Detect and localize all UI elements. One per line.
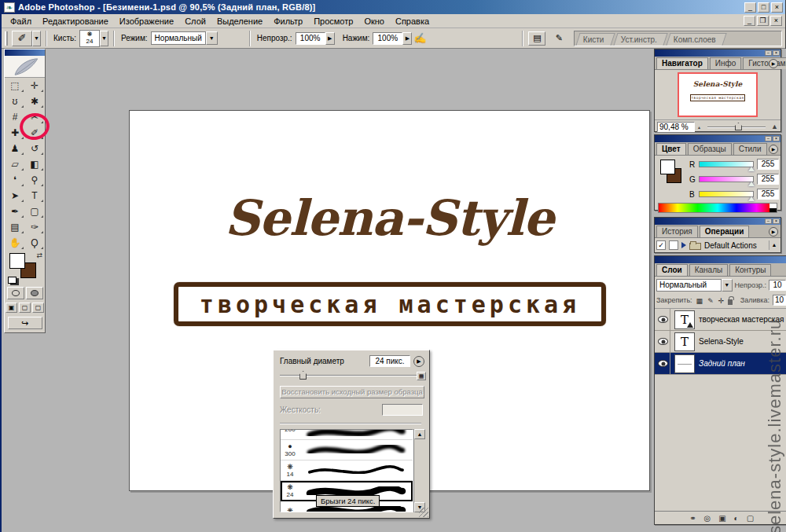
slider-thumb-icon[interactable] bbox=[748, 167, 755, 171]
fullscreen-button[interactable]: ▢ bbox=[32, 303, 44, 313]
brush-preset-arrow[interactable]: ▼ bbox=[100, 31, 108, 46]
tab-layers[interactable]: Слои bbox=[656, 264, 688, 276]
standard-mode-button[interactable] bbox=[7, 287, 24, 299]
file-browser-icon[interactable]: ▤ bbox=[528, 31, 545, 46]
maximize-button[interactable]: □ bbox=[758, 2, 769, 13]
red-channel-value[interactable]: 255 bbox=[757, 159, 779, 170]
layer-thumbnail[interactable]: T bbox=[674, 310, 695, 329]
action-set-row[interactable]: ✓ Default Actions ▲ bbox=[655, 238, 780, 252]
sample-size-icon[interactable]: ▦ bbox=[417, 372, 426, 380]
red-channel-slider[interactable] bbox=[699, 161, 754, 167]
opacity-field[interactable]: 100% bbox=[296, 32, 325, 45]
chevron-down-icon[interactable]: ▼ bbox=[206, 31, 218, 45]
doc-restore-button[interactable]: ❐ bbox=[757, 16, 769, 26]
menu-view[interactable]: Просмотр bbox=[308, 15, 358, 28]
navigator-proxy-view[interactable]: Selena-Style творческая мастерская bbox=[678, 72, 758, 117]
foreground-color-swatch[interactable] bbox=[9, 253, 25, 269]
actions-panel-title-bar[interactable]: − × bbox=[655, 218, 780, 225]
scroll-up-icon[interactable]: ▲ bbox=[414, 429, 425, 439]
color-spectrum-ramp[interactable] bbox=[658, 203, 777, 213]
visibility-toggle[interactable] bbox=[656, 309, 670, 330]
action-dialog-toggle[interactable] bbox=[669, 240, 678, 250]
layer-opacity-field[interactable]: 10 bbox=[769, 280, 786, 291]
type-tool-icon[interactable]: T bbox=[25, 188, 45, 204]
blue-channel-value[interactable]: 255 bbox=[757, 189, 779, 200]
dodge-tool-icon[interactable]: ⚲ bbox=[25, 172, 45, 188]
fill-field[interactable]: 10 bbox=[773, 295, 786, 306]
diameter-slider[interactable]: ▦ bbox=[280, 370, 421, 381]
airbrush-icon[interactable]: ✍ bbox=[412, 31, 428, 46]
pen-tool-icon[interactable]: ✒ bbox=[6, 204, 25, 219]
menu-help[interactable]: Справка bbox=[390, 15, 435, 28]
panel-minimize-icon[interactable]: − bbox=[765, 50, 772, 56]
notes-tool-icon[interactable]: ▤ bbox=[6, 219, 25, 235]
zoom-slider-thumb[interactable] bbox=[735, 123, 742, 130]
tab-history[interactable]: История bbox=[656, 226, 698, 237]
panel-close-icon[interactable]: × bbox=[773, 218, 780, 224]
tab-channels[interactable]: Каналы bbox=[689, 264, 729, 276]
hand-tool-icon[interactable]: ✋ bbox=[6, 235, 25, 251]
menu-window[interactable]: Окно bbox=[358, 15, 390, 28]
actions-scrollbar[interactable]: ▲ bbox=[769, 240, 779, 250]
rectangular-marquee-tool-icon[interactable]: ⬚ bbox=[6, 78, 25, 94]
layer-row-background-selected[interactable]: Задний план bbox=[655, 353, 786, 375]
crop-tool-icon[interactable]: # bbox=[6, 109, 25, 125]
color-panel-title-bar[interactable]: − × bbox=[655, 135, 780, 142]
layer-mask-icon[interactable]: ▣ bbox=[718, 514, 725, 523]
standard-screen-button[interactable]: ▣ bbox=[6, 303, 17, 313]
panel-menu-icon[interactable]: ▶ bbox=[769, 59, 778, 68]
panel-minimize-icon[interactable]: − bbox=[765, 218, 772, 224]
zoom-out-icon[interactable]: ▴ bbox=[698, 124, 700, 130]
tool-preset-arrow[interactable]: ▼ bbox=[32, 31, 41, 46]
chevron-down-icon[interactable]: ▼ bbox=[722, 279, 733, 292]
layer-name[interactable]: Задний план bbox=[699, 359, 745, 368]
opacity-slider-arrow[interactable]: ▶ bbox=[325, 32, 335, 45]
slice-tool-icon[interactable]: ✂ bbox=[25, 109, 45, 125]
toolbox-title-bar[interactable] bbox=[5, 50, 45, 56]
diameter-field[interactable]: 24 пикс. bbox=[369, 355, 410, 367]
layer-style-icon[interactable]: ◎ bbox=[703, 514, 711, 523]
menu-layer[interactable]: Слой bbox=[179, 15, 211, 28]
panel-minimize-icon[interactable]: − bbox=[765, 136, 772, 141]
visibility-toggle[interactable] bbox=[656, 353, 670, 374]
layer-thumbnail[interactable]: T bbox=[674, 332, 695, 351]
lock-paint-icon[interactable]: ✎ bbox=[707, 295, 714, 306]
layer-row-stamp-text[interactable]: T творческая мастерская bbox=[655, 309, 786, 331]
lock-all-icon[interactable] bbox=[728, 299, 733, 305]
fullscreen-menubar-button[interactable]: ▢ bbox=[19, 303, 31, 313]
magic-wand-tool-icon[interactable]: ✱ bbox=[25, 94, 45, 109]
foreground-color-swatch[interactable] bbox=[660, 160, 675, 174]
popup-resize-grip[interactable] bbox=[419, 508, 428, 517]
adjustment-layer-icon[interactable]: ◐ bbox=[734, 514, 739, 523]
history-brush-tool-icon[interactable]: ↺ bbox=[25, 141, 45, 156]
flow-slider-arrow[interactable]: ▶ bbox=[402, 32, 412, 45]
close-button[interactable]: × bbox=[771, 2, 783, 13]
menu-select[interactable]: Выделение bbox=[211, 15, 268, 28]
panel-close-icon[interactable]: × bbox=[773, 136, 780, 141]
eyedropper-tool-icon[interactable]: ✑ bbox=[25, 219, 45, 235]
brush-row-200[interactable]: 200 bbox=[281, 429, 413, 440]
menu-file[interactable]: Файл bbox=[5, 15, 37, 28]
brush-tool-icon[interactable]: ✐ bbox=[25, 125, 45, 141]
swap-colors-icon[interactable]: ⇄ bbox=[36, 251, 42, 259]
tool-presets-icon[interactable]: ✎ bbox=[550, 31, 567, 46]
brush-preset-picker[interactable]: ❋ 24 bbox=[79, 30, 100, 47]
current-tool-button[interactable]: ✐ bbox=[12, 31, 32, 46]
tab-paths[interactable]: Контуры bbox=[729, 264, 771, 276]
tab-swatches[interactable]: Образцы bbox=[688, 143, 732, 155]
eraser-tool-icon[interactable]: ▱ bbox=[6, 156, 25, 172]
tab-actions[interactable]: Операции bbox=[700, 226, 750, 237]
default-colors-icon[interactable] bbox=[8, 277, 17, 284]
brush-row-300[interactable]: ●300 bbox=[281, 440, 413, 460]
navigator-zoom-slider[interactable]: ▴ ▲ bbox=[698, 122, 778, 131]
tab-histogram[interactable]: Гистограмма bbox=[743, 57, 786, 69]
zoom-tool-icon[interactable]: Ϙ bbox=[25, 235, 45, 251]
clone-stamp-tool-icon[interactable]: ♟ bbox=[6, 141, 25, 156]
reset-sample-size-button[interactable]: Восстановить исходный размер образца bbox=[280, 386, 424, 398]
brush-row-14[interactable]: ❋14 bbox=[281, 460, 413, 481]
blend-mode-select[interactable]: Нормальный ▼ bbox=[151, 31, 218, 45]
well-tab-tool-presets[interactable]: Уст.инстр. bbox=[613, 33, 667, 46]
layer-name[interactable]: Selena-Style bbox=[699, 337, 744, 346]
expand-triangle-icon[interactable] bbox=[681, 242, 686, 248]
options-bar-grip[interactable] bbox=[5, 31, 8, 46]
